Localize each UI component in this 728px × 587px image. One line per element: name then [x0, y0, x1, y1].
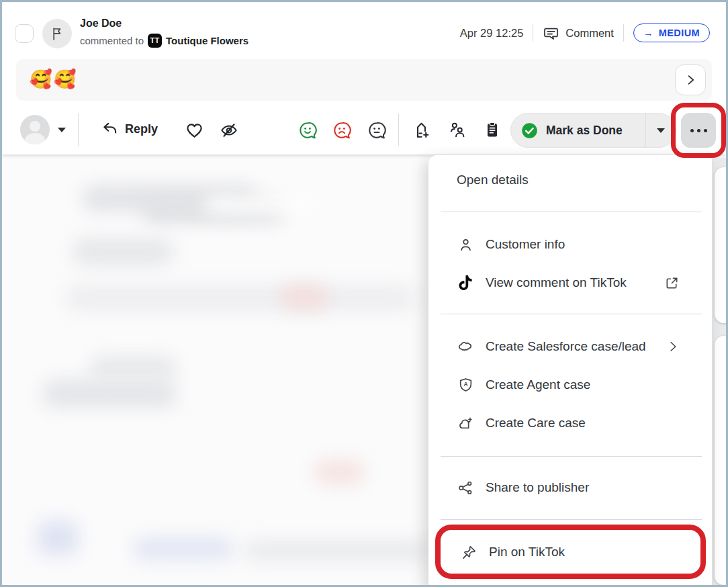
reply-button[interactable]: Reply — [101, 120, 158, 138]
tag-button[interactable] — [412, 120, 431, 140]
comment-content: 🥰🥰 — [16, 59, 712, 101]
tag-plus-icon — [412, 120, 431, 140]
external-link-icon — [664, 275, 680, 291]
flag-icon — [49, 26, 65, 42]
menu-item-share-to-publisher[interactable]: Share to publisher — [428, 471, 712, 504]
neutral-sentiment-button[interactable] — [367, 120, 387, 140]
divider — [623, 24, 624, 42]
menu-item-create-agent-case[interactable]: A Create Agent case — [428, 369, 712, 401]
select-message-checkbox[interactable] — [15, 24, 34, 43]
peek-card — [715, 167, 728, 323]
author-name[interactable]: Joe Doe — [80, 17, 248, 30]
menu-item-view-comment-tiktok[interactable]: View comment on TikTok — [428, 267, 712, 299]
message-type: Comment — [543, 25, 614, 42]
reply-icon — [101, 120, 119, 138]
priority-label: MEDIUM — [659, 28, 700, 38]
menu-divider — [441, 456, 702, 457]
divider — [533, 24, 533, 42]
priority-badge[interactable]: → MEDIUM — [633, 24, 710, 42]
menu-divider — [441, 314, 702, 314]
menu-item-customer-info[interactable]: Customer info — [428, 228, 712, 261]
person-icon — [457, 236, 474, 253]
positive-sentiment-button[interactable] — [298, 120, 318, 140]
ellipsis-icon — [690, 129, 694, 132]
assignee-dropdown[interactable] — [20, 115, 66, 144]
message-topbar: Joe Doe commented to TT Toutique Flowers… — [2, 11, 726, 50]
salesforce-cloud-icon — [457, 338, 474, 355]
users-button[interactable] — [447, 120, 467, 140]
svg-text:A: A — [463, 381, 467, 388]
message-type-label: Comment — [565, 27, 614, 40]
menu-item-label: Pin on TikTok — [489, 545, 565, 559]
mark-as-done-dropdown[interactable] — [646, 128, 676, 133]
pin-icon — [460, 544, 477, 561]
divider — [398, 114, 399, 146]
menu-item-label: Create Agent case — [486, 377, 590, 392]
menu-item-pin-on-tiktok[interactable]: Pin on TikTok — [428, 536, 712, 568]
action-text: commented to — [80, 35, 144, 47]
engagement-card-screen: Joe Doe commented to TT Toutique Flowers… — [0, 0, 728, 587]
chevron-right-icon — [684, 73, 697, 87]
timestamp: Apr 29 12:25 — [460, 27, 524, 40]
peek-card — [715, 336, 728, 585]
heart-icon — [185, 120, 204, 140]
neutral-sentiment-icon — [367, 120, 387, 140]
comment-text: 🥰🥰 — [30, 69, 77, 90]
channel-name[interactable]: Toutique Flowers — [166, 35, 248, 47]
assignee-avatar — [20, 115, 50, 144]
clipboard-icon — [483, 120, 502, 139]
chevron-right-icon — [666, 340, 680, 353]
divider — [78, 114, 79, 146]
menu-item-create-salesforce-case[interactable]: Create Salesforce case/lead — [428, 330, 712, 363]
notes-button[interactable] — [483, 120, 502, 139]
avatar[interactable] — [42, 19, 72, 48]
menu-item-label: View comment on TikTok — [486, 275, 627, 290]
care-case-icon — [457, 415, 474, 432]
tiktok-icon — [457, 275, 474, 290]
menu-divider — [441, 519, 702, 520]
positive-sentiment-icon — [298, 120, 318, 140]
eye-slash-icon — [219, 120, 239, 140]
menu-item-label: Open details — [457, 173, 529, 187]
menu-item-open-details[interactable]: Open details — [428, 164, 712, 196]
menu-item-label: Create Salesforce case/lead — [486, 339, 646, 354]
mark-as-done-label: Mark as Done — [546, 124, 623, 138]
shield-a-icon: A — [457, 377, 474, 394]
hide-button[interactable] — [219, 120, 239, 140]
mark-as-done-split-button[interactable]: Mark as Done — [510, 113, 676, 148]
comment-icon — [543, 25, 559, 42]
message-header-card: Joe Doe commented to TT Toutique Flowers… — [2, 2, 726, 154]
caret-down-icon — [657, 128, 665, 133]
arrow-right-icon: → — [643, 28, 653, 38]
share-nodes-icon — [457, 480, 474, 496]
negative-sentiment-icon — [332, 120, 352, 140]
expand-comment-button[interactable] — [675, 64, 706, 95]
menu-item-label: Create Care case — [486, 416, 586, 431]
like-button[interactable] — [185, 120, 204, 140]
action-bar: Reply — [2, 108, 726, 150]
tiktok-channel-badge: TT — [148, 34, 162, 48]
menu-item-label: Customer info — [486, 237, 565, 252]
menu-divider — [441, 212, 702, 212]
more-options-button[interactable] — [681, 113, 716, 148]
negative-sentiment-button[interactable] — [332, 120, 352, 140]
users-icon — [447, 120, 467, 140]
menu-item-label: Share to publisher — [486, 480, 589, 495]
more-options-menu: Open details Customer info View comment … — [428, 155, 712, 587]
menu-item-create-care-case[interactable]: Create Care case — [428, 407, 712, 439]
reply-label: Reply — [125, 122, 158, 136]
check-circle-icon — [520, 122, 539, 140]
mark-as-done-button[interactable]: Mark as Done — [511, 122, 645, 140]
caret-down-icon — [58, 128, 66, 132]
